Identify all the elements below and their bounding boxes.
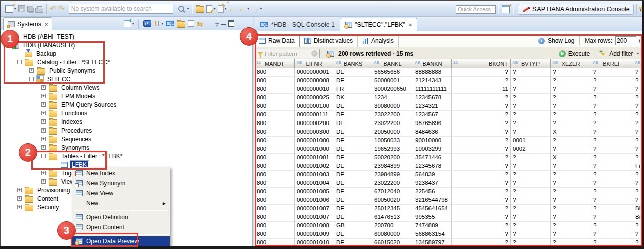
grid-cell[interactable]: 1234321	[413, 102, 452, 111]
grid-cell[interactable]: 23022200	[372, 179, 413, 188]
chevron-down-icon[interactable]: ▾	[225, 7, 227, 11]
table-row[interactable]: 8000000000111DE230222001234567?????	[255, 111, 643, 119]
grid-cell[interactable]: ?	[551, 77, 591, 85]
grid-cell[interactable]: ?	[511, 213, 551, 222]
grid-cell[interactable]: 0000001000	[295, 145, 334, 154]
search-input[interactable]	[69, 4, 173, 14]
open-file-button[interactable]	[195, 3, 205, 15]
tree-item[interactable]: +Indexes	[1, 117, 252, 126]
grid-cell[interactable]: 225456	[413, 188, 452, 196]
tree-item[interactable]: +Sequences	[1, 135, 252, 143]
grid-cell[interactable]: 90010000	[413, 137, 452, 145]
print-button[interactable]	[34, 3, 44, 15]
grid-cell[interactable]: ?	[633, 239, 643, 247]
grid-cell[interactable]: ?	[452, 68, 511, 77]
grid-cell[interactable]: Bil	[633, 213, 643, 222]
tab-systems[interactable]: Systems ×	[3, 17, 52, 30]
grid-cell[interactable]: ?	[551, 85, 591, 94]
grid-cell[interactable]: ?	[633, 154, 643, 162]
grid-cell[interactable]: ?	[452, 102, 511, 111]
grid-cell[interactable]: ?	[551, 171, 591, 179]
grid-cell[interactable]: ?	[511, 230, 551, 239]
grid-cell[interactable]: 8484636	[413, 128, 452, 137]
grid-cell[interactable]: 35471446	[413, 154, 452, 162]
grid-cell[interactable]: 800	[255, 94, 295, 102]
table-row[interactable]: 8000000000025DK123412345678?????	[255, 94, 643, 102]
tree-expander-icon[interactable]: +	[41, 171, 46, 175]
grid-cell[interactable]: ?	[551, 205, 591, 213]
grid-cell[interactable]: 995355	[413, 213, 452, 222]
grid-cell[interactable]: 568863154	[413, 230, 452, 239]
link-with-editor-button[interactable]	[196, 19, 203, 28]
grid-cell[interactable]: DE	[334, 128, 372, 137]
tree-expander-icon[interactable]: +	[41, 137, 46, 141]
save-button[interactable]	[17, 3, 26, 15]
table-row[interactable]: 8000000000008DE5000000121214343?????	[255, 77, 643, 85]
grid-cell[interactable]: 30080000	[372, 102, 413, 111]
tree-item[interactable]: -SLTECC	[1, 75, 252, 83]
table-row[interactable]: 8000000001003DE23984899564839?????	[255, 171, 643, 179]
max-rows-input[interactable]	[615, 36, 636, 45]
chevron-down-icon[interactable]: ▾	[637, 52, 639, 56]
grid-cell[interactable]: 800	[255, 128, 295, 137]
grid-cell[interactable]: ?	[591, 128, 633, 137]
grid-cell[interactable]: DE	[334, 179, 372, 188]
grid-cell[interactable]: ?	[452, 128, 511, 137]
column-header[interactable]: ABXEZER	[551, 59, 591, 68]
maximize-button[interactable]	[228, 20, 235, 27]
column-header[interactable]: ABBANKS	[334, 59, 372, 68]
new-button[interactable]: ▾	[4, 3, 17, 15]
grid-cell[interactable]: ?	[452, 137, 511, 145]
column-header[interactable]: AB	[633, 59, 643, 68]
configuration-button[interactable]: ▾	[153, 20, 164, 27]
sql-console-button[interactable]	[165, 21, 175, 26]
grid-cell[interactable]: ?	[591, 222, 633, 230]
tree-expander-icon[interactable]: +	[41, 94, 46, 98]
grid-cell[interactable]: 800	[255, 119, 295, 128]
grid-cell[interactable]: ?	[452, 222, 511, 230]
grid-cell[interactable]: 200700	[372, 222, 413, 230]
grid-cell[interactable]: ?	[511, 205, 551, 213]
tree-item[interactable]: +Functions	[1, 109, 252, 117]
grid-cell[interactable]: 0000001002	[295, 162, 334, 171]
table-row[interactable]: 8000000001002DE2398489912345678????Fi	[255, 162, 643, 171]
table-row[interactable]: 8000000000200DE2302220098765896?????	[255, 119, 643, 128]
grid-cell[interactable]: 0000001006	[295, 196, 334, 205]
tree-expander-icon[interactable]: +	[41, 179, 46, 184]
grid-cell[interactable]: ?	[551, 239, 591, 247]
last-location-button[interactable]	[227, 3, 237, 15]
grid-cell[interactable]: 800	[255, 196, 295, 205]
grid-cell[interactable]: 0000001001	[295, 154, 334, 162]
menu-item[interactable]: New Synonym	[72, 178, 170, 188]
tree-item[interactable]: HDB (ABHI_TEST)	[1, 32, 252, 41]
column-header[interactable]: ABBANKN	[413, 59, 452, 68]
grid-cell[interactable]: ?	[452, 111, 511, 119]
grid-cell[interactable]: 50020200	[372, 154, 413, 162]
grid-cell[interactable]: 3216544798	[413, 196, 452, 205]
grid-cell[interactable]: 23984899	[372, 162, 413, 171]
grid-cell[interactable]: ?	[551, 196, 591, 205]
grid-cell[interactable]: 67012040	[372, 188, 413, 196]
column-header[interactable]: ABBANKL	[372, 59, 413, 68]
grid-cell[interactable]: 11111111111	[413, 85, 452, 94]
grid-cell[interactable]: GB	[334, 222, 372, 230]
tree-item[interactable]: +EPM Query Sources	[1, 100, 252, 109]
tree-expander-icon[interactable]: +	[41, 145, 46, 150]
tab-distinct-values[interactable]: Distinct values	[300, 35, 358, 47]
collapse-all-button[interactable]	[187, 20, 195, 27]
grid-cell[interactable]: ?	[511, 77, 551, 85]
grid-cell[interactable]: ?	[511, 196, 551, 205]
grid-cell[interactable]: ?	[591, 102, 633, 111]
grid-cell[interactable]: ?	[511, 239, 551, 247]
grid-cell[interactable]: ?	[452, 171, 511, 179]
view-menu-button[interactable]	[214, 19, 219, 28]
grid-cell[interactable]: ?	[452, 145, 511, 154]
table-row[interactable]: 8000000001004DE230222009238437?????	[255, 179, 643, 188]
column-header[interactable]: ABBVTYP	[511, 59, 551, 68]
grid-cell[interactable]: ?	[591, 77, 633, 85]
grid-cell[interactable]: 0000001003	[295, 171, 334, 179]
grid-cell[interactable]: 9238437	[413, 179, 452, 188]
tree-item[interactable]: +Synonyms	[1, 143, 252, 152]
grid-cell[interactable]: ?	[591, 188, 633, 196]
grid-cell[interactable]: DK	[334, 94, 372, 102]
